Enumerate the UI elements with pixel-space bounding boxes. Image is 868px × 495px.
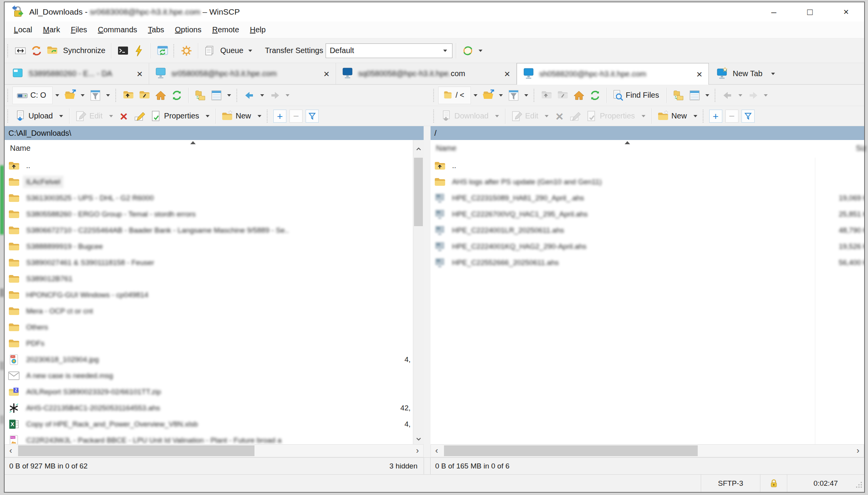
refresh-button[interactable] xyxy=(155,42,171,60)
chevron-down-icon[interactable] xyxy=(106,94,110,97)
edit-dropdown-icon[interactable] xyxy=(109,115,113,117)
synchronize-browsing-icon[interactable] xyxy=(45,42,61,60)
file-row[interactable]: ZA0LReport S3890023329-02/66101TT.zip xyxy=(5,384,413,400)
toolbar-grip[interactable] xyxy=(534,89,536,102)
copy-panels-icon[interactable] xyxy=(192,87,208,104)
open-directory-button[interactable] xyxy=(62,87,78,104)
menu-remote[interactable]: Remote xyxy=(212,25,239,34)
toolbar-grip[interactable] xyxy=(267,110,269,123)
file-row[interactable]: PNGC22R243WJL - Packard BBCE - LPU Unit … xyxy=(5,432,413,444)
back-button-disabled[interactable] xyxy=(720,87,736,104)
size-column-header[interactable]: Siz xyxy=(856,144,866,153)
file-row[interactable]: S3613003525 - UPS - DHL - G2 R6000 xyxy=(5,190,413,206)
chevron-down-icon[interactable] xyxy=(443,50,447,52)
remote-path-bar[interactable]: / xyxy=(431,126,864,140)
transfer-options-globe-icon[interactable] xyxy=(460,42,476,60)
file-row[interactable]: HPE_C22315089_HA81_290_April_.ahs19,069 … xyxy=(431,190,864,206)
session-duration-cell[interactable]: 0:02:47 xyxy=(787,475,864,492)
forward-button[interactable] xyxy=(267,87,283,104)
selection-filter-icon[interactable] xyxy=(742,110,755,123)
encryption-cell[interactable] xyxy=(760,475,787,492)
file-row[interactable]: HPE_C2226700VQ_HAC1_295_April.ahs25,851 … xyxy=(431,206,864,222)
toolbar-grip[interactable] xyxy=(715,89,717,102)
hidden-files-count[interactable]: 3 hidden xyxy=(389,462,424,470)
scrollbar-down-arrow[interactable] xyxy=(413,434,424,444)
file-row[interactable]: S3888899919 - Bugcee xyxy=(5,238,413,255)
tab-session-2[interactable]: sr0580058@hpc-h3.it.hpe.com × xyxy=(149,63,336,84)
menu-help[interactable]: Help xyxy=(250,25,266,34)
toolbar-grip[interactable] xyxy=(433,89,436,102)
toolbar-grip[interactable] xyxy=(115,89,118,102)
file-row[interactable]: HPE_C22552666_20250611.ahs56,400 K xyxy=(431,255,864,271)
new-button[interactable]: New xyxy=(219,107,255,125)
refresh-directory-button[interactable] xyxy=(587,87,603,104)
chevron-down-icon[interactable] xyxy=(227,94,231,97)
preferences-panels-button[interactable] xyxy=(12,42,28,60)
properties-dropdown-icon[interactable] xyxy=(642,115,645,117)
chevron-down-icon[interactable] xyxy=(705,94,709,97)
resize-grip[interactable] xyxy=(856,482,863,490)
back-button[interactable] xyxy=(241,87,258,104)
close-button[interactable]: × xyxy=(828,2,864,22)
file-row[interactable]: HPE_C2224001KQ_HAG2_290-April.ahs19,526 … xyxy=(431,238,864,255)
drive-dropdown-icon[interactable] xyxy=(55,94,59,97)
chevron-down-icon[interactable] xyxy=(771,73,775,75)
maximize-button[interactable]: □ xyxy=(792,2,828,22)
console-commands-button[interactable] xyxy=(131,42,147,60)
scrollbar-thumb[interactable] xyxy=(444,445,698,456)
select-files-button[interactable]: + xyxy=(273,110,286,123)
unselect-files-button[interactable]: − xyxy=(289,110,303,123)
toolbar-grip[interactable] xyxy=(703,110,705,123)
local-drive-selector[interactable]: C: O xyxy=(12,87,53,104)
find-files-button[interactable]: Find Files xyxy=(610,87,663,104)
name-column-header[interactable]: Name xyxy=(436,144,456,153)
new-button[interactable]: New xyxy=(655,107,691,125)
local-horizontal-scrollbar[interactable]: ‹ › xyxy=(5,444,424,457)
gear-icon[interactable] xyxy=(178,42,195,60)
chevron-down-icon[interactable] xyxy=(479,50,482,52)
chevron-down-icon[interactable] xyxy=(81,94,85,97)
file-row[interactable]: ILAcFelvel xyxy=(5,174,413,190)
file-row[interactable]: Others xyxy=(5,319,413,335)
protocol-cell[interactable]: SFTP-3 xyxy=(701,475,760,492)
toolbar-grip[interactable] xyxy=(236,89,239,102)
panel-view-details-icon[interactable] xyxy=(208,87,224,104)
new-dropdown-icon[interactable] xyxy=(258,115,261,117)
forward-history-dropdown-icon[interactable] xyxy=(286,94,289,97)
file-row[interactable]: S3890027461 & S3901118158 - Feuser xyxy=(5,255,413,271)
menu-tabs[interactable]: Tabs xyxy=(148,25,164,34)
upload-dropdown-icon[interactable] xyxy=(59,115,63,117)
download-button-disabled[interactable]: Download xyxy=(438,107,492,125)
tab-session-3[interactable]: sq0580058@hpc-h3.it.hpe.com × xyxy=(336,63,517,84)
file-row[interactable]: PDFs xyxy=(5,335,413,352)
chevron-down-icon[interactable] xyxy=(499,94,503,97)
chevron-down-icon[interactable] xyxy=(474,94,477,97)
delete-icon[interactable]: × xyxy=(116,107,132,125)
scrollbar-left-arrow[interactable]: ‹ xyxy=(431,445,442,457)
file-row[interactable]: XCopy of HPE_Rack_and_Power_Overview_V8N… xyxy=(5,416,413,432)
file-row[interactable]: S389012B761 xyxy=(5,271,413,287)
home-directory-button[interactable] xyxy=(153,87,169,104)
file-row[interactable]: Mera - OCP ct or cnt xyxy=(5,303,413,319)
file-row[interactable]: .. xyxy=(431,158,864,174)
edit-button-disabled[interactable]: Edit xyxy=(509,107,542,125)
name-column-header[interactable]: Name xyxy=(10,144,30,153)
file-row[interactable]: A new case is needed.msg xyxy=(5,368,413,384)
scrollbar-up-arrow[interactable] xyxy=(413,140,424,158)
local-path-bar[interactable]: C:\All_Downloads\ xyxy=(5,126,424,140)
vertical-scrollbar[interactable] xyxy=(413,158,424,444)
filter-icon[interactable] xyxy=(506,87,522,104)
close-icon[interactable]: × xyxy=(501,69,513,79)
close-icon[interactable]: × xyxy=(134,69,146,79)
properties-button[interactable]: Properties xyxy=(148,107,203,125)
tab-session-1[interactable]: S3895880260 - E... - DA × xyxy=(6,63,149,84)
new-tab-button[interactable]: New Tab xyxy=(709,63,791,84)
properties-button-disabled[interactable]: Properties xyxy=(584,107,639,125)
open-directory-button[interactable] xyxy=(480,87,496,104)
file-row[interactable]: AHS logs after PS update (Gen10 and Gen1… xyxy=(431,174,864,190)
remote-directory-selector[interactable]: / < xyxy=(438,87,471,104)
forward-history-dropdown-icon[interactable] xyxy=(764,94,768,97)
toolbar-grip[interactable] xyxy=(7,44,10,57)
copy-panels-icon[interactable] xyxy=(670,87,687,104)
forward-button-disabled[interactable] xyxy=(745,87,761,104)
